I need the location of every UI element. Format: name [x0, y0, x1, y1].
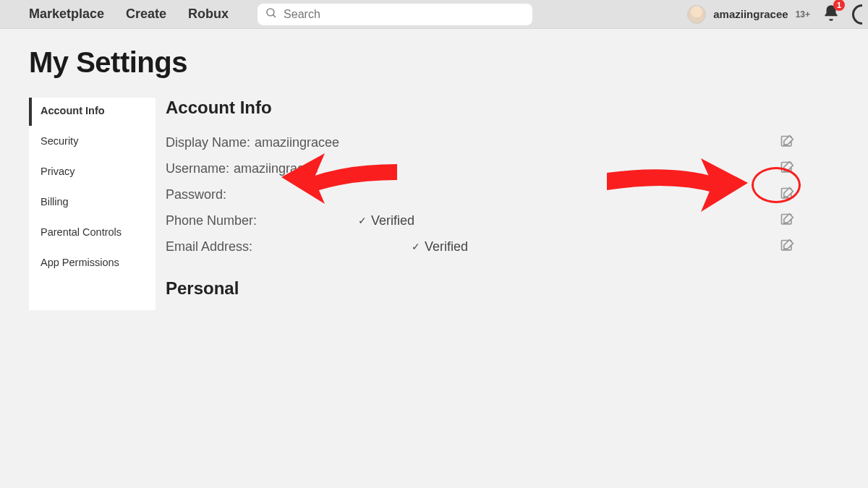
settings-page: My Settings Account Info Security Privac… — [0, 29, 868, 328]
search-wrapper — [258, 4, 532, 25]
avatar[interactable] — [687, 5, 706, 24]
edit-icon — [780, 160, 794, 175]
phone-row: Phone Number: ✓ Verified — [166, 207, 839, 234]
sidebar-item-parental-controls[interactable]: Parental Controls — [29, 217, 156, 247]
phone-verified-text: Verified — [371, 213, 414, 228]
display-name-row: Display Name: amaziingracee — [166, 129, 839, 155]
email-label: Email Address: — [166, 239, 252, 254]
email-row: Email Address: ✓ Verified — [166, 234, 839, 260]
page-title: My Settings — [29, 46, 839, 79]
sidebar-item-app-permissions[interactable]: App Permissions — [29, 247, 156, 278]
sidebar-item-privacy[interactable]: Privacy — [29, 156, 156, 187]
sidebar-item-billing[interactable]: Billing — [29, 187, 156, 217]
top-nav-bar: Marketplace Create Robux amaziingracee 1… — [0, 0, 868, 29]
password-row: Password: — [166, 181, 839, 207]
edit-icon — [780, 213, 794, 227]
username-value: amaziingracee — [234, 161, 318, 176]
password-label: Password: — [166, 187, 226, 202]
edit-icon — [780, 187, 794, 201]
sidebar-item-security[interactable]: Security — [29, 126, 156, 156]
edit-password-button[interactable] — [780, 187, 796, 202]
display-name-label: Display Name: — [166, 135, 250, 150]
notification-count-badge: 1 — [833, 0, 845, 11]
edit-display-name-button[interactable] — [780, 134, 796, 150]
email-verified-text: Verified — [425, 239, 468, 254]
email-verified-badge: ✓ Verified — [412, 239, 468, 254]
phone-verified-badge: ✓ Verified — [358, 213, 414, 228]
username-row: Username: amaziingracee — [166, 155, 839, 181]
svg-line-1 — [273, 14, 276, 17]
edit-phone-button[interactable] — [780, 213, 796, 228]
nav-create[interactable]: Create — [126, 7, 166, 22]
phone-label: Phone Number: — [166, 213, 257, 228]
search-icon — [265, 7, 278, 22]
edit-email-button[interactable] — [780, 239, 796, 254]
content-row: Account Info Security Privacy Billing Pa… — [29, 98, 839, 310]
notifications-button[interactable]: 1 — [822, 4, 841, 25]
personal-heading: Personal — [166, 278, 839, 299]
robux-icon[interactable] — [852, 4, 862, 25]
edit-icon — [780, 134, 794, 149]
username-label: Username: — [166, 161, 229, 176]
svg-point-0 — [267, 9, 274, 16]
checkmark-icon: ✓ — [358, 215, 367, 226]
settings-sidebar: Account Info Security Privacy Billing Pa… — [29, 98, 156, 310]
display-name-value: amaziingracee — [255, 135, 339, 150]
age-badge: 13+ — [796, 9, 810, 20]
sidebar-item-account-info[interactable]: Account Info — [29, 98, 156, 126]
search-input[interactable] — [258, 4, 532, 25]
nav-marketplace[interactable]: Marketplace — [29, 7, 104, 22]
checkmark-icon: ✓ — [412, 241, 420, 252]
edit-icon — [780, 239, 794, 253]
account-info-heading: Account Info — [166, 98, 839, 118]
edit-username-button[interactable] — [780, 160, 796, 176]
nav-robux[interactable]: Robux — [188, 7, 229, 22]
settings-main: Account Info Display Name: amaziingracee… — [166, 98, 839, 310]
username-label[interactable]: amaziingracee — [713, 8, 788, 20]
user-cluster: amaziingracee 13+ 1 — [687, 0, 862, 28]
